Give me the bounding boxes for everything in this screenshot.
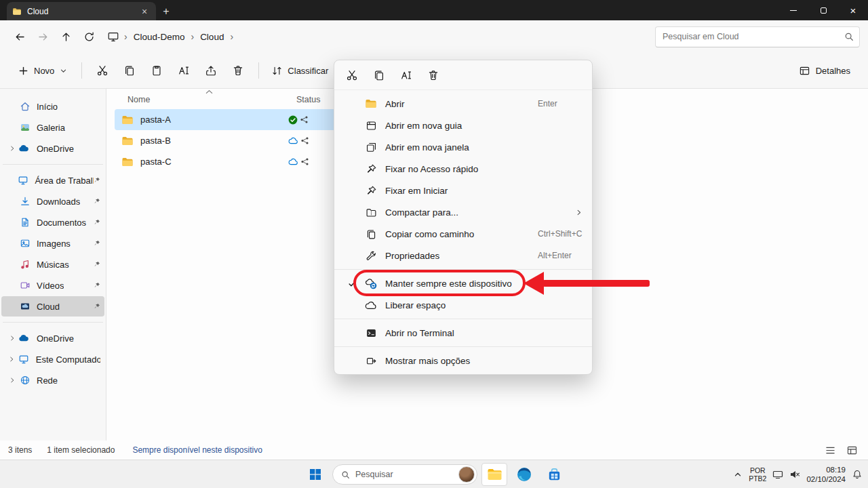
this-pc-icon: [18, 354, 30, 365]
menu-item-compactar-para[interactable]: Compactar para...: [334, 201, 592, 223]
forward-button[interactable]: [31, 25, 54, 48]
sidebar-item-imagens[interactable]: Imagens: [1, 233, 104, 253]
explorer-search-box[interactable]: [655, 26, 860, 47]
notifications-bell-icon[interactable]: [852, 469, 863, 480]
sidebar-item-inicio[interactable]: Início: [1, 96, 104, 117]
column-header-nome[interactable]: Nome: [127, 95, 150, 104]
breadcrumb-cloud[interactable]: Cloud: [196, 29, 228, 45]
availability-status: Sempre disponível neste dispositivo: [132, 445, 262, 455]
volume-muted-tray-icon[interactable]: [789, 469, 800, 480]
sidebar-item-videos[interactable]: Vídeos: [1, 275, 104, 296]
breadcrumb-separator: ›: [228, 31, 235, 42]
delete-button[interactable]: [420, 63, 447, 87]
music-icon: [19, 259, 31, 270]
properties-icon: [364, 249, 378, 262]
back-button[interactable]: [8, 25, 31, 48]
chevron-right-icon[interactable]: [5, 143, 19, 154]
edge-taskbar-icon[interactable]: [511, 463, 537, 486]
taskbar-search-input[interactable]: [355, 470, 453, 479]
store-taskbar-icon[interactable]: [541, 463, 567, 486]
avatar[interactable]: [458, 466, 475, 483]
desktop-icon: [17, 175, 28, 186]
refresh-button[interactable]: [77, 25, 100, 48]
maximize-button[interactable]: [808, 0, 838, 20]
breadcrumb-separator: ›: [122, 31, 130, 42]
column-header-status[interactable]: Status: [296, 95, 320, 104]
copy-button[interactable]: [366, 63, 393, 87]
explorer-search-input[interactable]: [663, 32, 844, 41]
start-button[interactable]: [302, 463, 328, 486]
pin-icon: [94, 240, 100, 247]
delete-button[interactable]: [224, 58, 252, 83]
menu-item-mostrar-mais-opcoes[interactable]: Mostrar mais opções: [334, 350, 592, 371]
sidebar-item-documentos[interactable]: Documentos: [1, 212, 104, 232]
sort-button[interactable]: Classificar: [266, 61, 334, 81]
language-indicator[interactable]: POR PTB2: [749, 466, 766, 483]
menu-item-fixar-iniciar[interactable]: Fixar em Iniciar: [334, 180, 592, 201]
network-tray-icon[interactable]: [772, 469, 783, 480]
sidebar-item-cloud[interactable]: Cloud: [1, 296, 104, 317]
sidebar-item-area-de-trabalho[interactable]: Área de Trabalho: [1, 170, 104, 190]
share-button[interactable]: [197, 58, 224, 83]
menu-separator: [334, 319, 592, 319]
chevron-right-icon[interactable]: [5, 354, 18, 365]
details-view-button[interactable]: Detalhes: [792, 61, 857, 81]
shared-icon: [300, 157, 309, 166]
sidebar-divider: [3, 322, 103, 323]
new-tab-button[interactable]: +: [156, 2, 176, 20]
chevron-right-icon[interactable]: [5, 375, 19, 386]
rename-button[interactable]: [393, 63, 420, 87]
sidebar-item-este-computador[interactable]: Este Computador: [1, 349, 104, 369]
chevron-right-icon[interactable]: [5, 333, 19, 344]
menu-separator: [334, 346, 592, 347]
menu-item-abrir[interactable]: Abrir Enter: [334, 93, 592, 115]
explorer-tab[interactable]: Cloud ×: [7, 2, 156, 20]
sidebar-item-onedrive-root[interactable]: OneDrive: [1, 328, 104, 348]
breadcrumb-separator: ›: [189, 31, 196, 42]
tab-close-icon[interactable]: ×: [138, 5, 151, 18]
checkmark-icon: [348, 279, 364, 288]
cut-button[interactable]: [89, 58, 116, 83]
sidebar-item-musicas[interactable]: Músicas: [1, 254, 104, 274]
status-bar: 3 itens 1 item selecionado Sempre dispon…: [0, 441, 868, 460]
paste-button[interactable]: [143, 58, 170, 83]
cloud-icon[interactable]: [288, 158, 298, 165]
cut-button[interactable]: [338, 63, 366, 87]
new-button[interactable]: Novo: [11, 61, 75, 81]
menu-item-liberar-espaco[interactable]: Liberar espaço: [334, 294, 592, 316]
pin-icon: [94, 303, 100, 310]
shared-icon: [300, 115, 309, 124]
minimize-button[interactable]: [778, 0, 808, 20]
menu-item-copiar-como-caminho[interactable]: Copiar como caminho Ctrl+Shift+C: [334, 223, 592, 245]
sidebar-item-rede[interactable]: Rede: [1, 370, 104, 390]
details-view-toggle[interactable]: [822, 443, 838, 457]
documents-icon: [19, 217, 31, 228]
large-icons-view-toggle[interactable]: [844, 443, 860, 457]
file-row-pasta-b[interactable]: pasta-B: [115, 130, 336, 151]
up-button[interactable]: [54, 25, 77, 48]
sidebar-item-onedrive[interactable]: OneDrive: [1, 138, 104, 159]
menu-item-propriedades[interactable]: Propriedades Alt+Enter: [334, 245, 592, 266]
sort-icon: [271, 65, 283, 77]
clock[interactable]: 08:19 02/10/2024: [806, 465, 846, 484]
breadcrumb-cloud-demo[interactable]: Cloud-Demo: [130, 29, 189, 45]
network-icon: [19, 375, 31, 386]
date: 02/10/2024: [806, 474, 846, 484]
cloud-icon[interactable]: [288, 137, 298, 144]
menu-item-manter-sempre-este-dispositivo[interactable]: Manter sempre este dispositivo: [334, 272, 592, 294]
menu-item-abrir-nova-guia[interactable]: Abrir em nova guia: [334, 115, 592, 136]
copy-button[interactable]: [116, 58, 143, 83]
menu-item-abrir-nova-janela[interactable]: Abrir em nova janela: [334, 136, 592, 158]
hidden-icons-chevron[interactable]: [733, 470, 743, 479]
sidebar-item-downloads[interactable]: Downloads: [1, 191, 104, 211]
file-explorer-taskbar-icon[interactable]: [481, 463, 507, 486]
sidebar-item-galeria[interactable]: Galeria: [1, 117, 104, 138]
file-row-pasta-c[interactable]: pasta-C: [115, 151, 336, 172]
menu-item-fixar-acesso-rapido[interactable]: Fixar no Acesso rápido: [334, 158, 592, 180]
rename-button[interactable]: [170, 58, 197, 83]
available-check-icon[interactable]: [288, 115, 298, 125]
taskbar-search-box[interactable]: [332, 464, 477, 485]
file-row-pasta-a[interactable]: pasta-A: [115, 109, 336, 130]
menu-item-abrir-no-terminal[interactable]: Abrir no Terminal: [334, 322, 592, 344]
close-button[interactable]: ×: [838, 0, 868, 20]
